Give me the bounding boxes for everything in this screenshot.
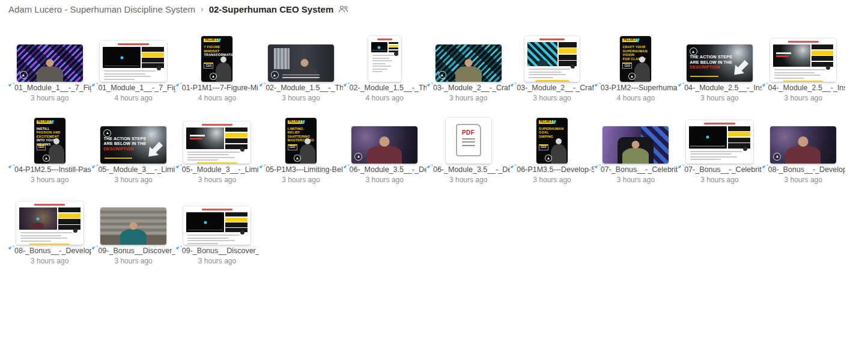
- file-name-row: 06-_Module_3.5__-_Dev...: [343, 164, 426, 174]
- file-tile[interactable]: 03-_Module_2__-_Craft_... 3 hours ago: [426, 31, 510, 102]
- shortcut-arrow-icon: [678, 82, 684, 89]
- file-name[interactable]: 01_Module_1__-_7_Figur...: [14, 84, 91, 93]
- cover-title-text: CRAFT YOURSUPERHUMANVISIONFOR CLARITY: [622, 45, 650, 61]
- file-name[interactable]: 07-_Bonus__-_Celebrity_...: [684, 165, 761, 174]
- file-thumbnail[interactable]: [770, 38, 836, 82]
- file-tile[interactable]: 05-_Module_3__-_Limiti... 3 hours ago: [175, 113, 259, 184]
- file-thumbnail[interactable]: [602, 126, 669, 164]
- file-timestamp: 3 hours ago: [175, 257, 259, 265]
- file-thumbnail[interactable]: [368, 36, 401, 82]
- file-tile[interactable]: 09-_Bonus__Discover_T... 3 hours ago: [175, 194, 259, 265]
- cover-pillar-banner: PILLAR 1: [204, 38, 218, 42]
- file-name[interactable]: 05-_Module_3__-_Limiti...: [182, 165, 259, 174]
- file-name-row: 05-P1M3---Limiting-Bel...: [259, 164, 342, 174]
- avatar: [73, 229, 77, 233]
- thumbnail-zone: [259, 31, 342, 82]
- file-tile[interactable]: 02-_Module_1.5__-_The_... 4 hours ago: [343, 31, 426, 102]
- thumbnail-zone: [762, 31, 845, 82]
- file-timestamp: 3 hours ago: [8, 94, 91, 102]
- file-thumbnail[interactable]: [351, 126, 417, 164]
- file-name[interactable]: 06-_Module_3.5__-_Dev...: [350, 165, 426, 174]
- file-thumbnail[interactable]: [436, 45, 502, 82]
- thumbnail-zone: THE ACTION STEPSARE BELOW IN THEDESCRIPT…: [91, 113, 175, 164]
- file-tile[interactable]: 01_Module_1__-_7_Figur... 3 hours ago: [8, 31, 91, 102]
- file-name[interactable]: 08-_Bonus__-_Develop_...: [14, 247, 91, 256]
- file-thumbnail[interactable]: [183, 206, 250, 245]
- file-name[interactable]: 06-P1M3.5---Develop-S...: [517, 165, 593, 174]
- file-thumbnail[interactable]: [770, 126, 836, 164]
- thumbnail-zone: PDF: [426, 113, 510, 164]
- file-name[interactable]: 09-_Bonus__Discover_T...: [182, 247, 259, 256]
- video-player-preview: [371, 42, 387, 52]
- file-thumbnail[interactable]: PILLAR 3SUPERHUMANGOALSNIPINGCEO: [536, 118, 568, 164]
- file-name[interactable]: 01_Module_1__-_7_Figur...: [98, 84, 175, 93]
- file-name[interactable]: 03-_Module_2__-_Craft_...: [517, 84, 593, 93]
- file-tile[interactable]: PILLAR 3LIMITING-BELIEFSHATTERINGMASTERC…: [259, 113, 342, 184]
- file-tile[interactable]: 06-_Module_3.5__-_Dev... 3 hours ago: [343, 113, 426, 184]
- file-tile[interactable]: PILLAR 2CRAFT YOURSUPERHUMANVISIONFOR CL…: [594, 31, 678, 102]
- file-name[interactable]: 02-_Module_1.5__-_The_...: [350, 84, 426, 93]
- file-name[interactable]: 03-_Module_2__-_Craft_...: [433, 84, 510, 93]
- file-thumbnail[interactable]: PILLAR 2INSTILLPASSION ANDEXCITEMENTINTO…: [34, 118, 65, 164]
- thumbnail-zone: PILLAR 17 FIGUREMINDSETTRANSFORMATIONCEO: [175, 31, 259, 82]
- file-tile[interactable]: PILLAR 17 FIGUREMINDSETTRANSFORMATIONCEO…: [175, 31, 259, 102]
- file-thumbnail[interactable]: [524, 36, 580, 82]
- file-tile[interactable]: 03-_Module_2__-_Craft_... 3 hours ago: [510, 31, 593, 102]
- file-thumbnail[interactable]: [17, 45, 83, 82]
- file-name[interactable]: 04-_Module_2.5__-_Insti...: [768, 84, 845, 93]
- file-thumbnail[interactable]: THE ACTION STEPSARE BELOW IN THEDESCRIPT…: [100, 126, 166, 164]
- file-timestamp: 4 hours ago: [175, 94, 259, 102]
- person-silhouette: [291, 66, 318, 82]
- file-tile[interactable]: PILLAR 3SUPERHUMANGOALSNIPINGCEO 06-P1M3…: [510, 113, 593, 184]
- file-thumbnail[interactable]: [100, 41, 167, 82]
- shortcut-arrow-icon: [175, 164, 182, 171]
- file-name[interactable]: 01-P1M1---7-Figure-Mi...: [182, 84, 259, 93]
- file-timestamp: 3 hours ago: [175, 176, 259, 184]
- file-tile[interactable]: PDF 06-_Module_3.5__-_Dev... 3 hours ago: [426, 113, 510, 184]
- file-tile[interactable]: 01_Module_1__-_7_Figur... 4 hours ago: [91, 31, 175, 102]
- thumbnail-zone: PILLAR 3SUPERHUMANGOALSNIPINGCEO: [510, 113, 593, 164]
- file-thumbnail[interactable]: PILLAR 3LIMITING-BELIEFSHATTERINGMASTERC…: [285, 118, 317, 164]
- file-timestamp: 3 hours ago: [91, 257, 175, 265]
- file-name[interactable]: 09-_Bonus__Discover_T...: [98, 247, 175, 256]
- file-tile[interactable]: 08-_Bonus__-_Develop_... 3 hours ago: [762, 113, 845, 184]
- file-thumbnail[interactable]: PILLAR 2CRAFT YOURSUPERHUMANVISIONFOR CL…: [620, 36, 651, 82]
- brand-logo-icon: [43, 155, 50, 162]
- file-thumbnail[interactable]: [268, 45, 334, 82]
- file-name[interactable]: 04-P1M2.5---Instill-Pass...: [14, 165, 91, 174]
- file-name[interactable]: 05-P1M3---Limiting-Bel...: [266, 165, 342, 174]
- shared-people-icon[interactable]: [338, 5, 348, 13]
- file-name[interactable]: 02-_Module_1.5__-_The_...: [266, 84, 342, 93]
- file-thumbnail[interactable]: [16, 201, 83, 245]
- file-tile[interactable]: 02-_Module_1.5__-_The_... 3 hours ago: [259, 31, 342, 102]
- shortcut-arrow-icon: [510, 164, 517, 171]
- file-thumbnail[interactable]: [100, 207, 166, 245]
- file-name[interactable]: 05-_Module_3__-_Limiti...: [98, 165, 175, 174]
- file-tile[interactable]: THE ACTION STEPSARE BELOW IN THEDESCRIPT…: [91, 113, 175, 184]
- file-name[interactable]: 08-_Bonus__-_Develop_...: [768, 165, 845, 174]
- file-thumbnail[interactable]: [183, 121, 250, 164]
- file-thumbnail[interactable]: THE ACTION STEPSARE BELOW IN THEDESCRIPT…: [687, 45, 753, 82]
- file-name-row: 01_Module_1__-_7_Figur...: [91, 82, 175, 93]
- file-thumbnail[interactable]: [686, 120, 753, 164]
- file-thumbnail[interactable]: PDF: [446, 118, 491, 164]
- file-name[interactable]: 04-_Module_2.5__-_Insti...: [684, 84, 761, 93]
- file-tile[interactable]: 04-_Module_2.5__-_Insti... 3 hours ago: [762, 31, 845, 102]
- page-heading-redtext: [788, 41, 819, 43]
- file-name[interactable]: 06-_Module_3.5__-_Dev...: [433, 165, 510, 174]
- breadcrumb-parent-link[interactable]: Adam Lucero - Superhuman Discipline Syst…: [8, 4, 195, 14]
- shortcut-arrow-icon: [91, 164, 98, 171]
- file-name-row: 09-_Bonus__Discover_T...: [91, 245, 175, 256]
- brand-logo-icon: [20, 71, 28, 79]
- file-tile[interactable]: PILLAR 2INSTILLPASSION ANDEXCITEMENTINTO…: [8, 113, 91, 184]
- file-tile[interactable]: 07-_Bonus__-_Celebrity_... 3 hours ago: [594, 113, 678, 184]
- file-tile[interactable]: 08-_Bonus__-_Develop_... 3 hours ago: [8, 194, 91, 265]
- file-tile[interactable]: THE ACTION STEPSARE BELOW IN THEDESCRIPT…: [678, 31, 761, 102]
- file-tile[interactable]: 07-_Bonus__-_Celebrity_... 3 hours ago: [678, 113, 761, 184]
- shortcut-arrow-icon: [762, 164, 768, 171]
- file-thumbnail[interactable]: PILLAR 17 FIGUREMINDSETTRANSFORMATIONCEO: [201, 36, 232, 82]
- file-name[interactable]: 03-P1M2---Superhuma...: [601, 84, 678, 93]
- file-tile[interactable]: 09-_Bonus__Discover_T... 3 hours ago: [91, 194, 175, 265]
- yellow-cta-button: [112, 82, 154, 82]
- file-name[interactable]: 07-_Bonus__-_Celebrity_...: [601, 165, 678, 174]
